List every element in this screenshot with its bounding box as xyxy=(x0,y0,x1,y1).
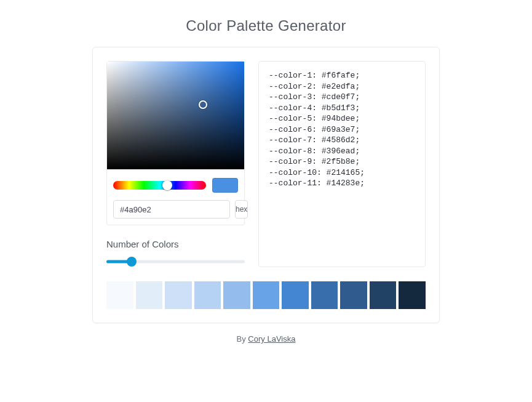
current-color-swatch[interactable] xyxy=(212,178,238,193)
footer-prefix: By xyxy=(237,334,248,344)
palette-swatch[interactable] xyxy=(370,281,397,309)
palette-swatch[interactable] xyxy=(106,281,133,309)
footer-attribution: By Cory LaViska xyxy=(0,334,532,344)
slider-label: Number of Colors xyxy=(106,239,245,249)
author-link[interactable]: Cory LaViska xyxy=(248,334,295,344)
hue-slider[interactable] xyxy=(113,181,206,190)
palette-swatch[interactable] xyxy=(311,281,338,309)
palette-swatch[interactable] xyxy=(136,281,163,309)
left-column: hex Number of Colors xyxy=(106,61,245,268)
num-colors-slider[interactable] xyxy=(106,255,245,268)
format-toggle-button[interactable]: hex xyxy=(235,200,248,219)
palette-swatch[interactable] xyxy=(399,281,426,309)
palette-swatch[interactable] xyxy=(223,281,250,309)
sv-cursor[interactable] xyxy=(199,100,207,109)
palette-swatch[interactable] xyxy=(282,281,309,309)
palette-row xyxy=(106,281,426,309)
saturation-value-panel[interactable] xyxy=(107,62,244,169)
page-title: Color Palette Generator xyxy=(0,0,532,47)
main-card: hex Number of Colors --color-1: #f6fafe;… xyxy=(92,47,440,323)
palette-swatch[interactable] xyxy=(194,281,221,309)
css-output-panel[interactable]: --color-1: #f6fafe; --color-2: #e2edfa; … xyxy=(258,61,426,267)
palette-swatch[interactable] xyxy=(253,281,280,309)
palette-swatch[interactable] xyxy=(340,281,367,309)
hex-input[interactable] xyxy=(113,200,230,219)
palette-swatch[interactable] xyxy=(165,281,192,309)
color-picker: hex xyxy=(106,61,245,225)
hue-thumb[interactable] xyxy=(162,180,172,190)
slider-thumb[interactable] xyxy=(127,257,137,267)
